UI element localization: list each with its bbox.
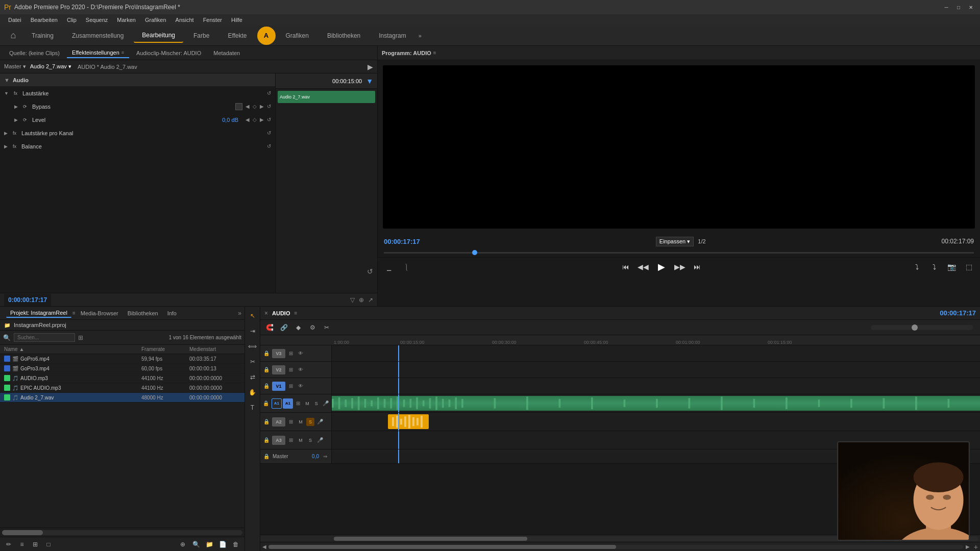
v3-sync-icon[interactable]: ⊞	[287, 349, 295, 358]
overwrite-btn[interactable]: ⤵	[927, 260, 941, 274]
list-item[interactable]: 🎵 Audio 2_7.wav 48000 Hz 00:00:00:0000	[0, 393, 244, 403]
more-tabs-button[interactable]: »	[416, 31, 424, 41]
menu-fenster[interactable]: Fenster	[199, 16, 226, 24]
v3-lock-icon[interactable]: 🔒	[262, 349, 271, 358]
add-icon[interactable]: ⊕	[359, 296, 364, 304]
balance-reset[interactable]: ↺	[267, 143, 271, 149]
timeline-add-btn[interactable]: +	[974, 543, 978, 551]
timeline-timecode[interactable]: 00:00:17:17	[940, 309, 976, 317]
step-fwd-btn[interactable]: ▶▶	[673, 260, 687, 274]
tab-projekt[interactable]: Projekt: InstagramReel	[6, 309, 71, 318]
maximize-button[interactable]: □	[953, 2, 964, 12]
a2-label-btn[interactable]: A2	[272, 417, 285, 427]
program-playhead[interactable]	[472, 250, 477, 255]
v1-eye-icon[interactable]: 👁	[297, 382, 305, 390]
bypass-nav-right[interactable]: ▶	[260, 104, 264, 109]
mark-in-btn[interactable]: ⎯	[382, 260, 396, 274]
text-tool[interactable]: T	[247, 402, 259, 414]
menu-grafiken[interactable]: Grafiken	[141, 16, 170, 24]
thumbnail-view-btn[interactable]: □	[43, 539, 54, 550]
tab-audioclip-mischer[interactable]: Audioclip-Mischer: AUDIO	[131, 48, 206, 58]
v2-sync-icon[interactable]: ⊞	[287, 366, 295, 374]
go-to-in-btn[interactable]: ⏮	[619, 260, 633, 274]
v1-sync-icon[interactable]: ⊞	[287, 382, 295, 390]
master-expand-icon[interactable]: ⇒	[321, 453, 329, 461]
menu-clip[interactable]: Clip	[63, 16, 81, 24]
a3-label-btn[interactable]: A3	[272, 436, 285, 445]
track-select-tool[interactable]: ⇥	[247, 325, 259, 337]
play-button[interactable]: ▶	[653, 259, 670, 275]
delete-btn[interactable]: 🗑	[230, 539, 241, 550]
v1-lock-icon[interactable]: 🔒	[262, 382, 271, 390]
program-scrub-bar[interactable]	[384, 249, 974, 257]
automate-btn[interactable]: ⊕	[177, 539, 188, 550]
mini-reset-btn[interactable]: ↺	[367, 267, 373, 276]
menu-marken[interactable]: Marken	[113, 16, 140, 24]
step-back-btn[interactable]: ◀◀	[636, 260, 650, 274]
bypass-expand[interactable]: ▶	[14, 104, 18, 109]
level-nav-left[interactable]: ◀	[246, 117, 250, 122]
v2-lock-icon[interactable]: 🔒	[262, 366, 271, 374]
level-diamond[interactable]: ◇	[253, 117, 257, 122]
program-menu-icon[interactable]: ≡	[433, 50, 436, 56]
tab-bibliotheken[interactable]: Bibliotheken	[319, 29, 369, 42]
timeline-hscroll-thumb[interactable]	[268, 545, 616, 549]
master-clip-select[interactable]: Audio 2_7.wav ▾	[30, 63, 71, 70]
list-item[interactable]: 🎬 GoPro3.mp4 60,00 fps 00:00:00:13	[0, 364, 244, 373]
insert-btn[interactable]: ⤵	[910, 260, 924, 274]
settings-btn[interactable]: ⚙	[306, 321, 318, 334]
menu-hilfe[interactable]: Hilfe	[227, 16, 247, 24]
menu-sequenz[interactable]: Sequenz	[82, 16, 112, 24]
mark-out-btn[interactable]: ⎱	[399, 260, 413, 274]
a1-inner-btn[interactable]: A1	[283, 398, 293, 409]
level-expand[interactable]: ▶	[14, 117, 18, 122]
a3-lock-icon[interactable]: 🔒	[262, 436, 271, 444]
add-marker-btn[interactable]: ◆	[292, 321, 304, 334]
mini-audio-clip[interactable]: Audio 2_7.wav	[278, 91, 375, 103]
a1-mic-icon[interactable]: 🎤	[322, 399, 329, 408]
razor-tool[interactable]: ✂	[247, 356, 259, 368]
bypass-diamond[interactable]: ◇	[253, 104, 257, 109]
v3-label-btn[interactable]: V3	[272, 349, 285, 358]
tab-bearbeitung[interactable]: Bearbeitung	[134, 29, 183, 43]
a3-mic-icon[interactable]: 🎤	[316, 436, 324, 444]
home-button[interactable]: ⌂	[5, 28, 21, 44]
a2-audio-clip[interactable]	[388, 414, 429, 429]
tab-media-browser[interactable]: Media-Browser	[77, 309, 122, 317]
timeline-scroll-right[interactable]: ▶	[966, 544, 970, 549]
a2-lock-icon[interactable]: 🔒	[262, 418, 271, 426]
tab-zusammenstellung[interactable]: Zusammenstellung	[64, 29, 132, 42]
tab-metadaten[interactable]: Metadaten	[208, 48, 245, 58]
filter-icon[interactable]: ▽	[350, 296, 355, 304]
scrollbar-track[interactable]	[2, 530, 242, 535]
lautpk-reset[interactable]: ↺	[267, 130, 271, 136]
a2-sync-icon[interactable]: ⊞	[287, 418, 295, 426]
icon-view-btn[interactable]: ⊞	[30, 539, 41, 550]
col-header-framerate[interactable]: Framerate	[141, 346, 187, 352]
new-item-btn[interactable]: 📄	[217, 539, 228, 550]
project-view-btn[interactable]: ⊞	[78, 334, 83, 341]
edit-btn[interactable]: ✏	[3, 539, 14, 550]
a3-m-btn[interactable]: M	[297, 436, 305, 444]
tab-audio[interactable]: A	[257, 27, 276, 45]
level-nav-right[interactable]: ▶	[260, 117, 264, 122]
expand-btn[interactable]: »	[238, 310, 241, 317]
slip-tool[interactable]: ⇄	[247, 371, 259, 383]
export-icon[interactable]: ↗	[368, 296, 373, 304]
a2-s-btn[interactable]: S	[306, 418, 314, 426]
bypass-nav-left[interactable]: ◀	[246, 104, 250, 109]
col-header-medstart[interactable]: Medienstart	[189, 346, 240, 352]
a1-sync-icon[interactable]: ⊞	[295, 399, 302, 408]
level-reset[interactable]: ↺	[267, 117, 271, 122]
v3-eye-icon[interactable]: 👁	[297, 349, 305, 358]
zoom-handle[interactable]	[912, 324, 918, 331]
new-bin-btn[interactable]: 📁	[204, 539, 215, 550]
tab-farbe[interactable]: Farbe	[185, 29, 217, 42]
zoom-slider[interactable]	[871, 325, 973, 330]
menu-datei[interactable]: Datei	[4, 16, 26, 24]
a2-m-btn[interactable]: M	[297, 418, 305, 426]
tab-effekteinstellungen[interactable]: Effekteinstellungen ≡	[67, 48, 129, 58]
bypass-checkbox[interactable]	[235, 103, 242, 110]
tab-bibliotheken-proj[interactable]: Bibliotheken	[124, 309, 162, 317]
camera-btn[interactable]: 📷	[944, 260, 959, 274]
